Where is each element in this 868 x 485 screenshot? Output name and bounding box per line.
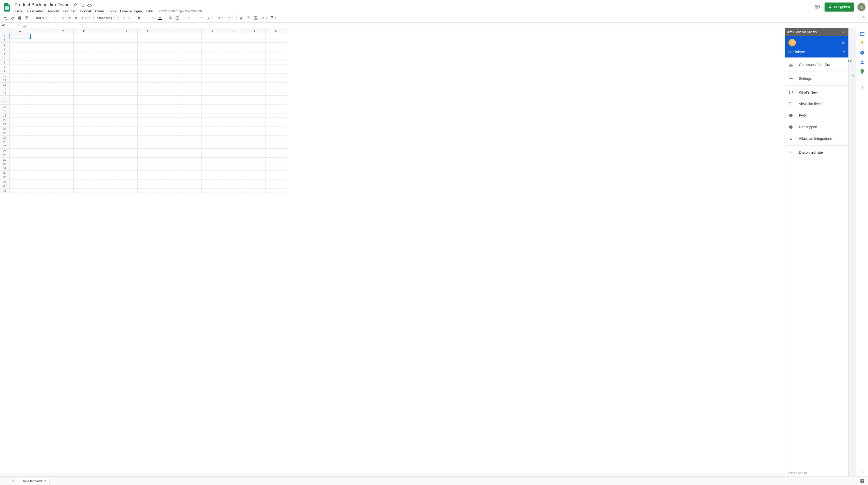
account-avatar[interactable]: S: [858, 3, 866, 11]
cell[interactable]: [266, 162, 287, 166]
cell[interactable]: [180, 175, 202, 180]
cell[interactable]: [202, 135, 223, 140]
cell[interactable]: [31, 65, 52, 69]
italic-button[interactable]: I: [143, 15, 149, 21]
cell[interactable]: [9, 184, 31, 189]
cell[interactable]: [95, 189, 116, 193]
cell[interactable]: [223, 153, 244, 158]
cell[interactable]: [95, 87, 116, 91]
menu-daten[interactable]: Daten: [93, 8, 106, 14]
col-header[interactable]: K: [223, 28, 244, 34]
strikethrough-button[interactable]: S: [150, 15, 156, 21]
cell[interactable]: [52, 135, 73, 140]
cell[interactable]: [159, 96, 180, 100]
cell[interactable]: [202, 184, 223, 189]
jira-faq[interactable]: FAQ: [785, 110, 848, 121]
cell[interactable]: [244, 122, 266, 127]
cell[interactable]: [223, 100, 244, 105]
all-sheets-button[interactable]: [9, 477, 17, 485]
cell[interactable]: [159, 34, 180, 38]
cell[interactable]: [223, 47, 244, 52]
cell[interactable]: [52, 131, 73, 135]
cell[interactable]: [31, 109, 52, 114]
cell[interactable]: [52, 83, 73, 87]
cell[interactable]: [159, 162, 180, 166]
cell[interactable]: [202, 73, 223, 78]
row-header[interactable]: 32: [0, 171, 9, 175]
cell[interactable]: [202, 105, 223, 109]
jira-site-selector[interactable]: gorillabyte: [788, 46, 845, 58]
cell[interactable]: [137, 65, 159, 69]
cell[interactable]: [180, 83, 202, 87]
cell[interactable]: [137, 180, 159, 184]
h-align-dropdown[interactable]: [195, 15, 205, 21]
redo-button[interactable]: [9, 15, 16, 21]
row-header[interactable]: 11: [0, 78, 9, 83]
sheets-logo[interactable]: [2, 2, 12, 12]
cell[interactable]: [244, 69, 266, 74]
cell[interactable]: [52, 140, 73, 144]
cell[interactable]: [159, 105, 180, 109]
cell[interactable]: [9, 52, 31, 56]
cell[interactable]: [137, 109, 159, 114]
cell[interactable]: [266, 87, 287, 91]
cell[interactable]: [266, 91, 287, 96]
row-header[interactable]: 29: [0, 158, 9, 162]
v-align-dropdown[interactable]: [205, 15, 215, 21]
cell[interactable]: [31, 34, 52, 38]
cell[interactable]: [137, 47, 159, 52]
font-size-dropdown[interactable]: 10: [120, 15, 132, 21]
cell[interactable]: [73, 38, 95, 43]
col-header[interactable]: D: [73, 28, 95, 34]
cell[interactable]: [202, 171, 223, 175]
fill-color-button[interactable]: [167, 15, 174, 21]
row-header[interactable]: 16: [0, 100, 9, 105]
cell[interactable]: [244, 38, 266, 43]
cell[interactable]: [116, 118, 137, 122]
cell[interactable]: [266, 140, 287, 144]
cell[interactable]: [52, 162, 73, 166]
menu-datei[interactable]: Datei: [13, 8, 25, 14]
wrap-dropdown[interactable]: [215, 15, 224, 21]
cell[interactable]: [244, 65, 266, 69]
cell[interactable]: [9, 61, 31, 65]
cell[interactable]: [116, 38, 137, 43]
cell[interactable]: [266, 34, 287, 38]
cell[interactable]: [116, 171, 137, 175]
row-header[interactable]: 25: [0, 140, 9, 144]
cell[interactable]: [223, 114, 244, 118]
cell[interactable]: [31, 100, 52, 105]
cell[interactable]: [116, 43, 137, 47]
cell[interactable]: [73, 109, 95, 114]
cell[interactable]: [116, 83, 137, 87]
cell[interactable]: [137, 153, 159, 158]
cell[interactable]: [31, 47, 52, 52]
cell[interactable]: [95, 162, 116, 166]
cell[interactable]: [73, 78, 95, 83]
col-header[interactable]: E: [95, 28, 116, 34]
cell[interactable]: [9, 73, 31, 78]
cell[interactable]: [244, 180, 266, 184]
cell[interactable]: [223, 131, 244, 135]
cell[interactable]: [137, 96, 159, 100]
cell[interactable]: [137, 166, 159, 171]
cell[interactable]: [52, 65, 73, 69]
cell[interactable]: [9, 87, 31, 91]
cell[interactable]: [52, 171, 73, 175]
cell[interactable]: [159, 38, 180, 43]
cell[interactable]: [266, 83, 287, 87]
cell[interactable]: [52, 78, 73, 83]
cell[interactable]: [52, 158, 73, 162]
menu-bearbeiten[interactable]: Bearbeiten: [26, 8, 45, 14]
row-header[interactable]: 7: [0, 61, 9, 65]
cell[interactable]: [266, 52, 287, 56]
cell[interactable]: [244, 149, 266, 153]
cell[interactable]: [180, 149, 202, 153]
cell[interactable]: [95, 91, 116, 96]
row-header[interactable]: 14: [0, 91, 9, 96]
cell[interactable]: [52, 153, 73, 158]
cell[interactable]: [137, 144, 159, 149]
cell[interactable]: [95, 171, 116, 175]
cell[interactable]: [73, 96, 95, 100]
cell[interactable]: [223, 118, 244, 122]
